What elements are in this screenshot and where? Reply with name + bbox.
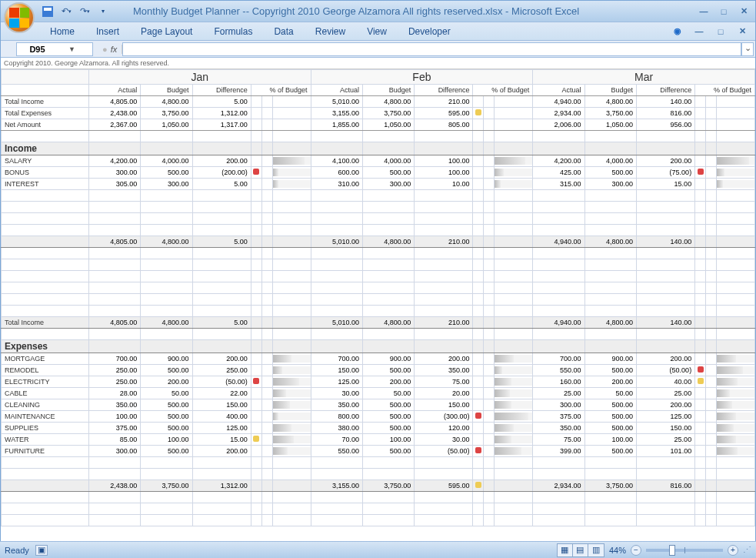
cell[interactable] bbox=[584, 329, 636, 340]
cell[interactable]: % of Budget bbox=[473, 85, 533, 96]
resize-grip-icon[interactable]: ⋰ bbox=[743, 545, 751, 555]
cell[interactable] bbox=[362, 190, 414, 202]
cell[interactable]: CLEANING bbox=[2, 399, 89, 411]
cell[interactable] bbox=[533, 259, 584, 271]
cell[interactable] bbox=[261, 225, 272, 236]
cell[interactable] bbox=[311, 142, 362, 155]
cell[interactable]: 70.00 bbox=[311, 434, 362, 446]
cell[interactable] bbox=[533, 190, 584, 202]
cell[interactable]: 28.00 bbox=[88, 388, 140, 399]
cell[interactable]: 85.00 bbox=[88, 434, 140, 446]
cell[interactable] bbox=[261, 353, 272, 365]
cell[interactable]: 4,940.00 bbox=[533, 236, 584, 248]
cell[interactable] bbox=[311, 213, 362, 225]
cell[interactable]: 75.00 bbox=[415, 376, 473, 388]
cell[interactable]: 500.00 bbox=[141, 365, 192, 376]
cell[interactable] bbox=[311, 282, 362, 294]
cell[interactable]: 1,855.00 bbox=[311, 119, 362, 131]
cell[interactable]: 500.00 bbox=[141, 167, 192, 179]
cell[interactable] bbox=[261, 271, 272, 282]
cell[interactable] bbox=[584, 306, 636, 317]
name-box[interactable]: D95 ▼ bbox=[16, 42, 93, 56]
cell[interactable]: 4,805.00 bbox=[88, 96, 140, 108]
cell[interactable] bbox=[192, 515, 251, 526]
cell[interactable] bbox=[484, 131, 495, 142]
databar-cell[interactable] bbox=[717, 388, 755, 399]
databar-cell[interactable] bbox=[272, 446, 311, 457]
cell[interactable] bbox=[261, 457, 272, 469]
cell[interactable] bbox=[533, 469, 584, 480]
cell[interactable]: 1,050.00 bbox=[584, 119, 636, 131]
cell[interactable] bbox=[495, 190, 533, 202]
cell[interactable] bbox=[473, 515, 484, 526]
cell[interactable] bbox=[192, 213, 251, 225]
cell[interactable] bbox=[717, 515, 755, 526]
cell[interactable] bbox=[415, 271, 473, 282]
cell[interactable] bbox=[2, 503, 89, 515]
cell[interactable] bbox=[706, 236, 717, 248]
cell[interactable]: 500.00 bbox=[141, 423, 192, 434]
cell[interactable] bbox=[251, 96, 261, 108]
cell[interactable] bbox=[311, 492, 362, 503]
cell[interactable] bbox=[251, 142, 261, 155]
cell[interactable] bbox=[473, 259, 484, 271]
cell[interactable] bbox=[415, 282, 473, 294]
cell[interactable] bbox=[695, 317, 706, 329]
cell[interactable] bbox=[272, 108, 311, 119]
cell[interactable] bbox=[415, 503, 473, 515]
cell[interactable]: Actual bbox=[311, 85, 362, 96]
cell[interactable] bbox=[484, 271, 495, 282]
cell[interactable] bbox=[272, 119, 311, 131]
cell[interactable] bbox=[533, 492, 584, 503]
cell[interactable] bbox=[192, 294, 251, 306]
cell[interactable]: 500.00 bbox=[584, 446, 636, 457]
cell[interactable] bbox=[484, 329, 495, 340]
cell[interactable] bbox=[484, 190, 495, 202]
redo-icon[interactable]: ↷▾ bbox=[78, 5, 92, 18]
cell[interactable] bbox=[695, 329, 706, 340]
databar-cell[interactable] bbox=[495, 423, 533, 434]
cell[interactable] bbox=[695, 282, 706, 294]
cell[interactable] bbox=[717, 306, 755, 317]
cell[interactable] bbox=[706, 446, 717, 457]
cell[interactable]: 150.00 bbox=[192, 399, 251, 411]
cell[interactable] bbox=[261, 236, 272, 248]
cell[interactable] bbox=[717, 492, 755, 503]
cell[interactable]: Budget bbox=[141, 85, 192, 96]
cell[interactable] bbox=[484, 317, 495, 329]
cell[interactable] bbox=[192, 131, 251, 142]
cell[interactable] bbox=[717, 317, 755, 329]
cell[interactable]: 816.00 bbox=[636, 480, 694, 492]
cell[interactable]: 150.00 bbox=[636, 423, 694, 434]
cell[interactable]: 500.00 bbox=[362, 167, 414, 179]
cell[interactable] bbox=[495, 480, 533, 492]
cell[interactable] bbox=[88, 213, 140, 225]
maximize-icon[interactable]: □ bbox=[715, 5, 732, 18]
cell[interactable] bbox=[584, 190, 636, 202]
cell[interactable] bbox=[251, 306, 261, 317]
cell[interactable] bbox=[415, 190, 473, 202]
cell[interactable] bbox=[706, 469, 717, 480]
cell[interactable]: 315.00 bbox=[533, 179, 584, 190]
cell[interactable] bbox=[484, 446, 495, 457]
cell[interactable]: 350.00 bbox=[311, 399, 362, 411]
cell[interactable] bbox=[533, 457, 584, 469]
cell[interactable]: 3,155.00 bbox=[311, 108, 362, 119]
cell[interactable]: 3,750.00 bbox=[584, 108, 636, 119]
cell[interactable] bbox=[2, 259, 89, 271]
cell[interactable] bbox=[272, 131, 311, 142]
cell[interactable] bbox=[251, 503, 261, 515]
cell[interactable]: 1,050.00 bbox=[141, 119, 192, 131]
cell[interactable]: 25.00 bbox=[533, 388, 584, 399]
cell[interactable] bbox=[141, 213, 192, 225]
cell[interactable]: 500.00 bbox=[584, 411, 636, 423]
cell[interactable] bbox=[261, 167, 272, 179]
cell[interactable]: Actual bbox=[88, 85, 140, 96]
cell[interactable] bbox=[533, 213, 584, 225]
databar-cell[interactable] bbox=[495, 365, 533, 376]
fx-cancel-icon[interactable]: ● bbox=[102, 45, 108, 54]
cell[interactable]: 425.00 bbox=[533, 167, 584, 179]
cell[interactable] bbox=[2, 213, 89, 225]
cell[interactable] bbox=[88, 515, 140, 526]
cell[interactable] bbox=[251, 329, 261, 340]
